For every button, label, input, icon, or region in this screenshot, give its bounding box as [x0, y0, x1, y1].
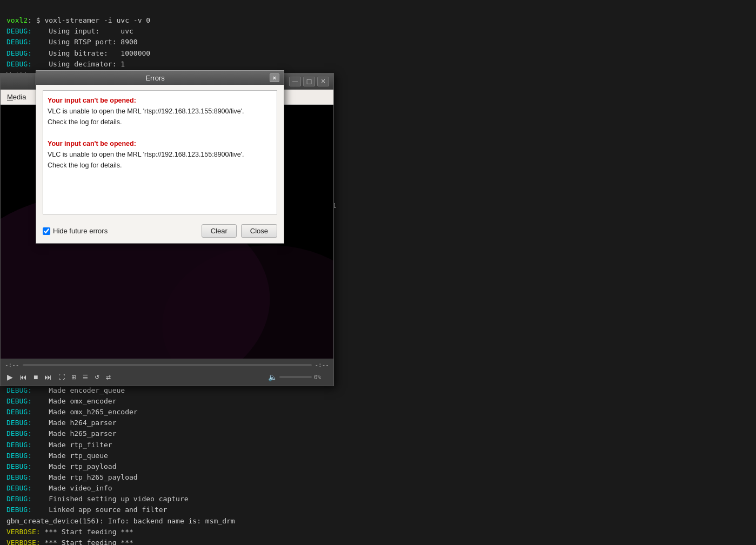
vlc-minimize-button[interactable]: —	[289, 77, 301, 86]
vlc-loop-button[interactable]: ↺	[92, 373, 102, 382]
svg-point-1	[162, 245, 333, 359]
vlc-random-button[interactable]: ⇄	[104, 373, 113, 382]
vlc-play-button[interactable]: ▶	[5, 372, 15, 382]
vlc-seekbar[interactable]	[23, 364, 312, 366]
errors-dialog-buttons: Clear Close	[202, 224, 277, 238]
errors-footer: Hide future errors Clear Close	[36, 220, 284, 243]
errors-clear-button[interactable]: Clear	[202, 224, 237, 238]
vlc-stop-button[interactable]: ■	[31, 372, 40, 382]
vlc-playback-controls: ▶ ⏮ ■ ⏭ ⛶ ⊞ ☰ ↺ ⇄ 🔈 0%	[1, 369, 333, 386]
vlc-window-controls: — □ ✕	[289, 77, 329, 86]
vlc-prev-button[interactable]: ⏮	[17, 372, 29, 382]
vlc-bottom-controls: -:-- -:-- ▶ ⏮ ■ ⏭ ⛶ ⊞ ☰ ↺ ⇄ 🔈 0%	[1, 359, 333, 386]
vlc-menu-media[interactable]: Media	[3, 91, 30, 103]
errors-title: Errors	[41, 74, 270, 82]
vlc-seekbar-area: -:-- -:--	[1, 359, 333, 369]
vlc-playlist-button[interactable]: ☰	[81, 373, 90, 382]
errors-close-button[interactable]: Close	[241, 224, 277, 238]
errors-dialog-close-button[interactable]: ✕	[270, 73, 279, 82]
errors-dialog: Errors ✕ Your input can't be opened: VLC…	[36, 70, 284, 244]
vlc-fullscreen-button[interactable]: ⛶	[56, 372, 67, 382]
errors-body: Your input can't be opened: VLC is unabl…	[36, 85, 284, 220]
vlc-extended-button[interactable]: ⊞	[69, 373, 78, 382]
hide-future-errors-checkbox[interactable]	[43, 227, 50, 235]
vlc-volume-bar[interactable]	[279, 376, 312, 378]
errors-scroll-area[interactable]: Your input can't be opened: VLC is unabl…	[43, 90, 277, 214]
terminal-line-1: DEBUG:	[6, 27, 32, 35]
errors-titlebar: Errors ✕	[36, 71, 284, 85]
vlc-time-left: -:--	[5, 361, 19, 368]
error-1-label: Your input can't be opened:	[48, 95, 272, 106]
terminal-prompt: voxl2	[6, 16, 28, 24]
hide-future-errors-label: Hide future errors	[53, 227, 108, 235]
vlc-volume-icon: 🔈	[268, 373, 277, 381]
vlc-next-button[interactable]: ⏭	[42, 372, 54, 382]
hide-future-errors-checkbox-label[interactable]: Hide future errors	[43, 227, 108, 235]
vlc-close-button[interactable]: ✕	[317, 77, 329, 86]
error-2-text: VLC is unable to open the MRL 'rtsp://19…	[48, 149, 272, 171]
vlc-maximize-button[interactable]: □	[303, 77, 315, 86]
vlc-time-right: -:--	[315, 361, 330, 368]
error-1-text: VLC is unable to open the MRL 'rtsp://19…	[48, 106, 272, 127]
error-2-label: Your input can't be opened:	[48, 138, 272, 149]
vlc-volume-label: 0%	[314, 374, 329, 381]
vlc-volume-area: 🔈 0%	[268, 373, 329, 381]
